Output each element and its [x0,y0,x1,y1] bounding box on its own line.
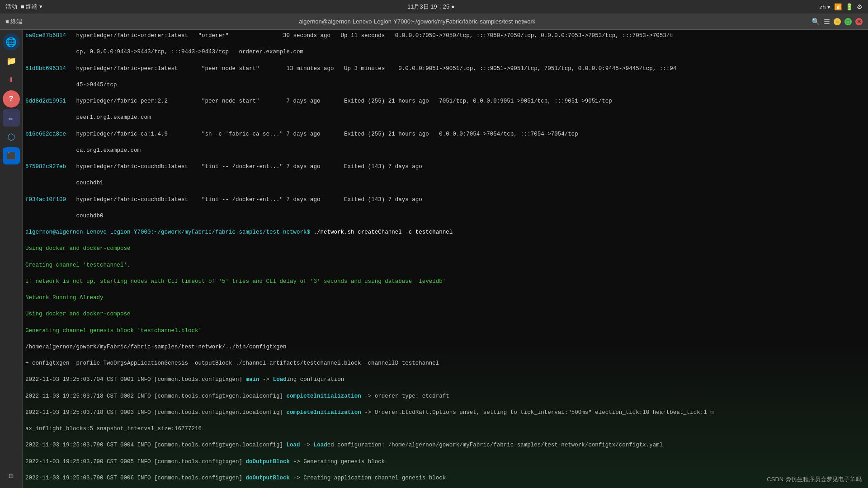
topbar: 活动 ■ 终端 ▾ 11月3日 19：25 ● zh ▾ 📶 🔋 ⚙ [0,0,868,14]
sidebar-item-grid[interactable]: ⊞ [3,467,20,484]
titlebar-controls: 🔍 ☰ – □ ✕ [812,18,863,25]
search-button[interactable]: 🔍 [812,18,819,25]
edit-icon: ✏ [9,113,14,123]
sidebar-item-apps[interactable]: ⬇ [3,71,20,89]
terminal-container[interactable]: ba0ce87b6814 hyperledger/fabric-orderer:… [23,30,868,488]
topbar-right: zh ▾ 📶 🔋 ⚙ [820,3,863,10]
help-icon: ? [9,95,14,103]
battery-icon: 🔋 [845,3,853,10]
titlebar-title: algernon@algernon-Lenovo-Legion-Y7000:~/… [22,18,812,25]
datetime-label: 11月3日 19：25 ● [407,3,455,11]
sidebar-item-files[interactable]: 📁 [3,52,20,70]
titlebar-left: ■ 终端 [5,18,22,26]
main-layout: 🌐 📁 ⬇ ? ✏ ⬡ ⬛ ⊞ ba0ce87b6814 hyperledger… [0,30,868,488]
titlebar: ■ 终端 algernon@algernon-Lenovo-Legion-Y70… [0,14,868,30]
close-button[interactable]: ✕ [855,18,863,25]
terminal-sidebar-icon: ⬛ [7,151,16,160]
lang-label[interactable]: zh ▾ [820,4,830,10]
sidebar: 🌐 📁 ⬇ ? ✏ ⬡ ⬛ ⊞ [0,30,23,488]
menu-button[interactable]: ☰ [823,18,830,25]
sidebar-item-vscode[interactable]: ⬡ [3,128,20,145]
grid-icon: ⊞ [9,471,14,481]
settings-icon: ⚙ [857,3,863,10]
activities-label[interactable]: 活动 [5,3,17,11]
sidebar-item-browser[interactable]: 🌐 [3,33,20,51]
files-icon: 📁 [6,56,16,66]
terminal-label: ■ 终端 [5,18,22,26]
terminal-menu-label[interactable]: ■ 终端 ▾ [21,3,42,11]
sidebar-item-editor[interactable]: ✏ [3,109,20,127]
browser-icon: 🌐 [5,37,17,48]
vscode-icon: ⬡ [7,131,15,143]
apps-icon: ⬇ [8,74,14,86]
topbar-left: 活动 ■ 终端 ▾ [5,3,42,11]
wifi-icon: 📶 [834,3,842,10]
terminal-output[interactable]: ba0ce87b6814 hyperledger/fabric-orderer:… [23,30,868,488]
sidebar-item-help[interactable]: ? [3,90,20,108]
topbar-center: 11月3日 19：25 ● [407,3,455,11]
sidebar-item-terminal[interactable]: ⬛ [3,147,20,164]
minimize-button[interactable]: – [834,18,841,25]
maximize-button[interactable]: □ [844,18,852,25]
